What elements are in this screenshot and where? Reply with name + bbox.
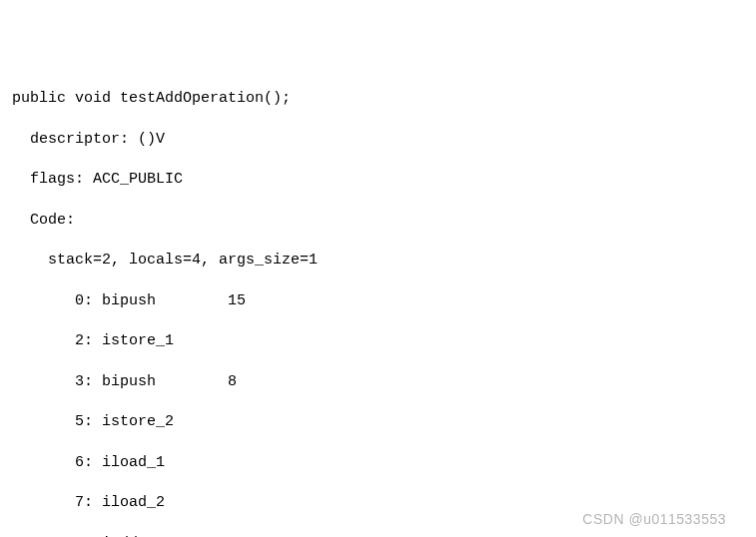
flags-line: flags: ACC_PUBLIC <box>12 170 744 190</box>
bytecode-line: 0: bipush 15 <box>12 291 744 311</box>
bytecode-line: 3: bipush 8 <box>12 372 744 392</box>
descriptor-line: descriptor: ()V <box>12 130 744 150</box>
watermark-text: CSDN @u011533553 <box>582 510 726 529</box>
code-header: Code: <box>12 211 744 231</box>
bytecode-line: 6: iload_1 <box>12 453 744 473</box>
bytecode-line: 2: istore_1 <box>12 331 744 351</box>
bytecode-line: 8: iadd <box>12 534 744 538</box>
stack-locals-line: stack=2, locals=4, args_size=1 <box>12 251 744 270</box>
method-signature: public void testAddOperation(); <box>12 89 744 109</box>
bytecode-line: 5: istore_2 <box>12 412 744 432</box>
